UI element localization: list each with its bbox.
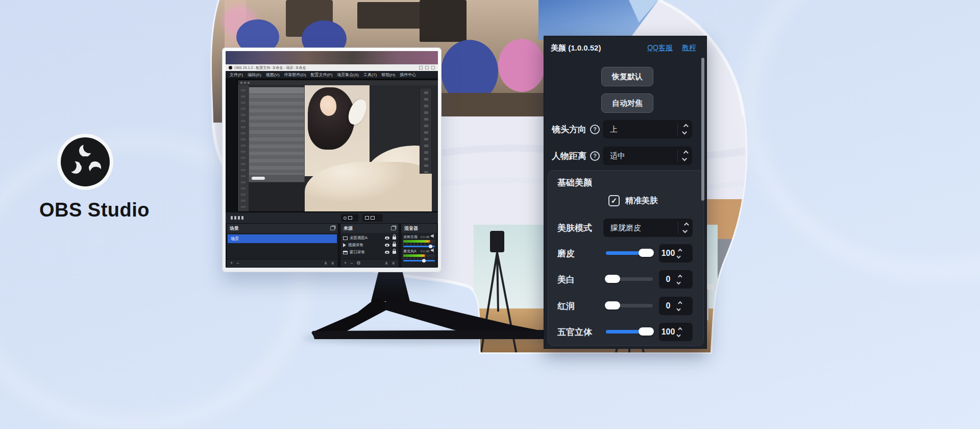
slider-handle[interactable] — [639, 327, 654, 336]
value-spinner[interactable] — [678, 302, 681, 311]
screenshot-tools-column — [420, 88, 432, 174]
minimize-icon[interactable] — [419, 66, 423, 69]
qq-support-link[interactable]: QQ客服 — [647, 43, 673, 53]
help-icon[interactable]: ? — [590, 125, 600, 134]
dock-popout-icon[interactable] — [330, 226, 335, 230]
screenshot-list-panel — [249, 87, 305, 182]
menu-plugin-center[interactable]: 插件中心 — [400, 72, 416, 78]
chevron-up-icon — [683, 151, 688, 156]
menu-tools[interactable]: 工具(T) — [363, 72, 377, 78]
scene-up-button[interactable]: ∧ — [324, 261, 328, 266]
menu-docks[interactable]: 停靠部件(D) — [284, 72, 306, 78]
smooth-skin-row: 磨皮 100 — [548, 244, 703, 263]
remove-scene-button[interactable]: − — [236, 261, 239, 266]
volume-handle[interactable] — [429, 245, 432, 248]
chevron-down-icon — [682, 156, 687, 161]
menu-profile[interactable]: 配置文件(P) — [311, 72, 333, 78]
chevron-up-icon — [678, 301, 682, 305]
tutorial-link[interactable]: 教程 — [682, 43, 696, 53]
lock-icon[interactable] — [393, 244, 396, 247]
slider-handle[interactable] — [605, 275, 620, 283]
panel-scrollbar[interactable] — [701, 58, 704, 201]
visibility-icon[interactable] — [385, 251, 389, 254]
window-icon — [365, 216, 369, 220]
list-panel-header — [249, 87, 304, 93]
auto-focus-button[interactable]: 自动对焦 — [601, 93, 653, 113]
scene-down-button[interactable]: ∨ — [331, 261, 334, 266]
menu-scene-collection[interactable]: 场景集合(S) — [337, 72, 359, 78]
chevron-down-icon — [682, 130, 687, 135]
scene-row-selected[interactable]: 场景 — [228, 234, 337, 243]
face-3d-slider[interactable] — [606, 330, 653, 333]
face-3d-value[interactable]: 100 — [659, 323, 693, 341]
source-row-video[interactable]: 视频采集 — [340, 242, 399, 249]
precise-skin-row: ✓ 精准美肤 — [608, 195, 658, 206]
meter-ticks — [403, 257, 435, 259]
portrait-photo — [305, 85, 437, 211]
transform-handles — [231, 216, 243, 220]
panel-icon — [371, 216, 375, 220]
whitening-value[interactable]: 0 — [659, 270, 693, 289]
rosy-row: 红润 0 — [548, 297, 703, 315]
chevron-up-icon — [678, 274, 682, 278]
volume-slider[interactable] — [403, 260, 435, 261]
speaker-icon[interactable] — [431, 248, 435, 252]
dock-popout-icon[interactable] — [391, 226, 396, 230]
source-row-display[interactable]: 桌面画面A — [340, 234, 399, 242]
audio-meter — [403, 254, 435, 257]
mixer-dock: 混音器 桌面音频 0.0 dB 麦克风A 0.0 dB — [401, 223, 437, 268]
precise-skin-checkbox[interactable]: ✓ — [608, 195, 620, 206]
menu-file[interactable]: 文件(F) — [230, 72, 243, 78]
speaker-icon[interactable] — [431, 234, 435, 238]
source-up-button[interactable]: ∧ — [385, 261, 388, 266]
whitening-slider[interactable] — [606, 277, 653, 281]
previewed-screenshot — [238, 80, 438, 211]
slider-handle[interactable] — [605, 301, 620, 309]
video-capture-icon — [343, 243, 346, 247]
skin-mode-select[interactable]: 朦胧磨皮 — [603, 219, 693, 237]
menu-view[interactable]: 视图(V) — [266, 72, 280, 78]
source-down-button[interactable]: ∨ — [391, 261, 395, 266]
restore-default-button[interactable]: 恢复默认 — [601, 67, 653, 86]
help-icon[interactable]: ? — [590, 151, 600, 161]
rosy-value[interactable]: 0 — [659, 297, 693, 315]
smooth-skin-slider[interactable] — [606, 251, 653, 255]
source-properties-button[interactable]: ⚙ — [357, 261, 361, 266]
preview-toggle-button-2[interactable] — [362, 214, 383, 222]
rosy-slider[interactable] — [606, 304, 653, 307]
volume-handle[interactable] — [422, 259, 426, 263]
camera-direction-select[interactable]: 上 — [603, 120, 692, 138]
monitor: OBS 29.1.3 - 配置文件: 未命名 - 场景: 未命名 文件(F) 编… — [222, 47, 442, 272]
close-icon[interactable] — [431, 66, 435, 69]
maximize-icon[interactable] — [425, 66, 429, 69]
select-spinner[interactable] — [678, 222, 693, 234]
volume-slider[interactable] — [403, 246, 435, 247]
source-row-window[interactable]: 窗口采集 — [340, 249, 399, 256]
window-controls[interactable] — [419, 66, 435, 69]
visibility-icon[interactable] — [385, 244, 389, 247]
visibility-icon[interactable] — [385, 236, 389, 240]
remove-source-button[interactable]: − — [350, 261, 353, 266]
mixer-channel-mic: 麦克风A 0.0 dB — [401, 247, 437, 261]
whitening-row: 美白 0 — [548, 270, 703, 289]
slider-handle[interactable] — [639, 249, 654, 257]
select-spinner[interactable] — [677, 150, 692, 162]
value-spinner[interactable] — [678, 328, 681, 337]
preview-controls-bar — [226, 212, 438, 223]
menu-help[interactable]: 帮助(H) — [381, 72, 395, 78]
select-spinner[interactable] — [677, 123, 692, 135]
person-distance-select[interactable]: 适中 — [603, 147, 692, 165]
value-spinner[interactable] — [678, 249, 681, 258]
window-capture-icon — [343, 251, 348, 254]
screenshot-toolbar — [238, 85, 249, 211]
lock-icon[interactable] — [393, 251, 396, 254]
add-source-button[interactable]: + — [344, 261, 347, 266]
menu-edit[interactable]: 编辑(E) — [248, 72, 261, 78]
add-scene-button[interactable]: + — [230, 261, 233, 266]
value-spinner[interactable] — [678, 275, 681, 284]
preview-toggle-button-1[interactable] — [341, 214, 358, 222]
lock-icon[interactable] — [393, 236, 396, 240]
camera-direction-row: 镜头方向 ? 上 — [544, 120, 706, 138]
smooth-skin-value[interactable]: 100 — [659, 244, 693, 263]
chevron-down-icon — [682, 228, 688, 233]
